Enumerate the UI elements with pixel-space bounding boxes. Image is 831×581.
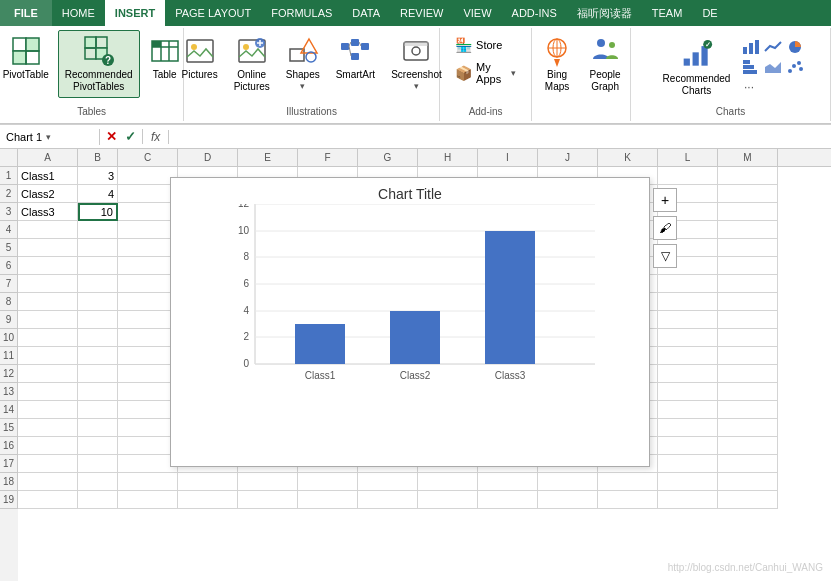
cell-B7[interactable] bbox=[78, 275, 118, 293]
cell-L13[interactable] bbox=[658, 383, 718, 401]
tab-chinese1[interactable]: 福听阅读器 bbox=[567, 0, 642, 26]
row-header-18[interactable]: 18 bbox=[0, 473, 18, 491]
chart-add-element-btn[interactable]: + bbox=[653, 188, 677, 212]
col-header-d[interactable]: D bbox=[178, 149, 238, 166]
cell-D18[interactable] bbox=[178, 473, 238, 491]
cell-A7[interactable] bbox=[18, 275, 78, 293]
tab-file[interactable]: FILE bbox=[0, 0, 52, 26]
cell-L8[interactable] bbox=[658, 293, 718, 311]
line-chart-btn[interactable] bbox=[763, 38, 783, 56]
cell-M1[interactable] bbox=[718, 167, 778, 185]
confirm-button[interactable]: ✓ bbox=[123, 129, 138, 144]
cell-B3[interactable]: 10 bbox=[78, 203, 118, 221]
cell-M6[interactable] bbox=[718, 257, 778, 275]
col-header-k[interactable]: K bbox=[598, 149, 658, 166]
cell-G18[interactable] bbox=[358, 473, 418, 491]
cell-C16[interactable] bbox=[118, 437, 178, 455]
col-header-f[interactable]: F bbox=[298, 149, 358, 166]
cell-A15[interactable] bbox=[18, 419, 78, 437]
row-header-4[interactable]: 4 bbox=[0, 221, 18, 239]
row-header-2[interactable]: 2 bbox=[0, 185, 18, 203]
scatter-chart-btn[interactable] bbox=[785, 58, 805, 76]
bar-chart-btn[interactable] bbox=[741, 58, 761, 76]
cell-L1[interactable] bbox=[658, 167, 718, 185]
cell-C5[interactable] bbox=[118, 239, 178, 257]
row-header-5[interactable]: 5 bbox=[0, 239, 18, 257]
cell-B13[interactable] bbox=[78, 383, 118, 401]
row-header-17[interactable]: 17 bbox=[0, 455, 18, 473]
col-header-a[interactable]: A bbox=[18, 149, 78, 166]
cell-C18[interactable] bbox=[118, 473, 178, 491]
cell-M4[interactable] bbox=[718, 221, 778, 239]
tab-data[interactable]: DATA bbox=[342, 0, 390, 26]
row-header-7[interactable]: 7 bbox=[0, 275, 18, 293]
name-box[interactable]: Chart 1 ▾ bbox=[0, 129, 100, 145]
cell-L11[interactable] bbox=[658, 347, 718, 365]
tab-team[interactable]: TEAM bbox=[642, 0, 693, 26]
cell-A18[interactable] bbox=[18, 473, 78, 491]
cell-K19[interactable] bbox=[598, 491, 658, 509]
col-header-l[interactable]: L bbox=[658, 149, 718, 166]
tab-home[interactable]: HOME bbox=[52, 0, 105, 26]
bar-class3[interactable] bbox=[485, 231, 535, 364]
cell-E19[interactable] bbox=[238, 491, 298, 509]
cell-M17[interactable] bbox=[718, 455, 778, 473]
cell-M11[interactable] bbox=[718, 347, 778, 365]
cell-M8[interactable] bbox=[718, 293, 778, 311]
cell-B19[interactable] bbox=[78, 491, 118, 509]
cell-L7[interactable] bbox=[658, 275, 718, 293]
cell-L14[interactable] bbox=[658, 401, 718, 419]
cell-C6[interactable] bbox=[118, 257, 178, 275]
row-header-6[interactable]: 6 bbox=[0, 257, 18, 275]
col-header-h[interactable]: H bbox=[418, 149, 478, 166]
cell-C11[interactable] bbox=[118, 347, 178, 365]
cell-H19[interactable] bbox=[418, 491, 478, 509]
cell-A13[interactable] bbox=[18, 383, 78, 401]
row-header-3[interactable]: 3 bbox=[0, 203, 18, 221]
cell-L10[interactable] bbox=[658, 329, 718, 347]
row-header-13[interactable]: 13 bbox=[0, 383, 18, 401]
cell-L15[interactable] bbox=[658, 419, 718, 437]
cell-M3[interactable] bbox=[718, 203, 778, 221]
shapes-button[interactable]: Shapes ▾ bbox=[279, 30, 327, 96]
cell-B8[interactable] bbox=[78, 293, 118, 311]
cell-M16[interactable] bbox=[718, 437, 778, 455]
row-header-1[interactable]: 1 bbox=[0, 167, 18, 185]
col-header-c[interactable]: C bbox=[118, 149, 178, 166]
cell-A17[interactable] bbox=[18, 455, 78, 473]
cell-B4[interactable] bbox=[78, 221, 118, 239]
store-button[interactable]: 🏪 Store bbox=[450, 34, 507, 56]
cell-F19[interactable] bbox=[298, 491, 358, 509]
cell-M10[interactable] bbox=[718, 329, 778, 347]
smartart-button[interactable]: SmartArt bbox=[329, 30, 382, 86]
cell-B15[interactable] bbox=[78, 419, 118, 437]
bar-class2[interactable] bbox=[390, 311, 440, 364]
col-header-m[interactable]: M bbox=[718, 149, 778, 166]
cell-B14[interactable] bbox=[78, 401, 118, 419]
cell-A16[interactable] bbox=[18, 437, 78, 455]
cell-M12[interactable] bbox=[718, 365, 778, 383]
row-header-11[interactable]: 11 bbox=[0, 347, 18, 365]
cell-B1[interactable]: 3 bbox=[78, 167, 118, 185]
cell-H18[interactable] bbox=[418, 473, 478, 491]
tab-review[interactable]: REVIEW bbox=[390, 0, 453, 26]
cell-A4[interactable] bbox=[18, 221, 78, 239]
cell-L9[interactable] bbox=[658, 311, 718, 329]
recommended-charts-button[interactable]: ✓ RecommendedCharts bbox=[656, 34, 738, 102]
row-header-15[interactable]: 15 bbox=[0, 419, 18, 437]
pictures-button[interactable]: Pictures bbox=[175, 30, 225, 86]
cell-B18[interactable] bbox=[78, 473, 118, 491]
cancel-button[interactable]: ✕ bbox=[104, 129, 119, 144]
cell-J19[interactable] bbox=[538, 491, 598, 509]
cell-A9[interactable] bbox=[18, 311, 78, 329]
cell-I18[interactable] bbox=[478, 473, 538, 491]
cell-D19[interactable] bbox=[178, 491, 238, 509]
col-header-g[interactable]: G bbox=[358, 149, 418, 166]
cell-L12[interactable] bbox=[658, 365, 718, 383]
area-chart-btn[interactable] bbox=[763, 58, 783, 76]
bar-class1[interactable] bbox=[295, 324, 345, 364]
cell-C10[interactable] bbox=[118, 329, 178, 347]
cell-C4[interactable] bbox=[118, 221, 178, 239]
cell-A11[interactable] bbox=[18, 347, 78, 365]
cell-A8[interactable] bbox=[18, 293, 78, 311]
